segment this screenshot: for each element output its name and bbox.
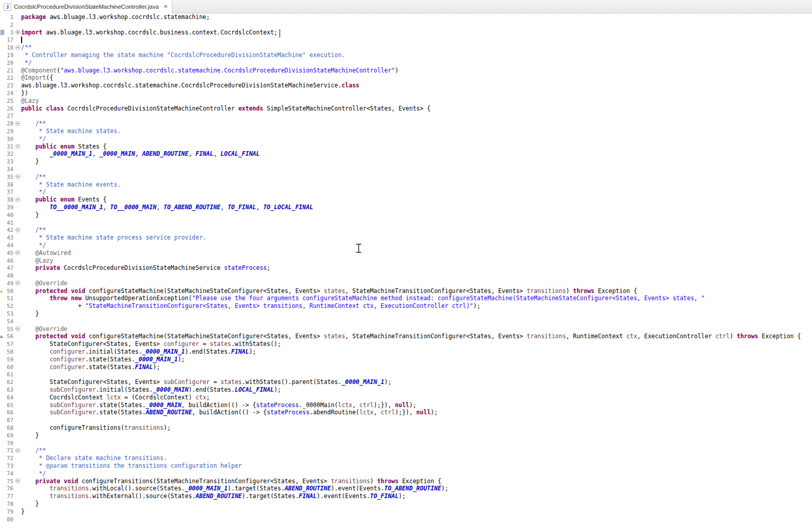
code-line[interactable]: * State machine state process service pr…	[21, 234, 812, 242]
code-line[interactable]	[21, 371, 812, 378]
line-number[interactable]: 50	[5, 287, 15, 295]
line-number[interactable]: 44	[5, 242, 15, 249]
line-number[interactable]: 51	[5, 295, 15, 302]
line-number[interactable]: 36	[5, 181, 15, 189]
code-line[interactable]: * State machine states.	[21, 127, 812, 135]
line-number[interactable]: 79	[5, 508, 15, 516]
line-number[interactable]: 20	[5, 59, 15, 67]
code-line[interactable]	[21, 272, 812, 280]
line-number[interactable]: 39	[5, 204, 15, 211]
code-line[interactable]: */	[21, 59, 812, 67]
line-number[interactable]: 59	[5, 356, 15, 363]
code-line[interactable]: package aws.bluage.l3.workshop.cocrdslc.…	[21, 13, 812, 21]
line-number[interactable]: 60	[5, 363, 15, 371]
line-number[interactable]: 64	[5, 394, 15, 401]
code-line[interactable]	[21, 219, 812, 227]
code-line[interactable]: private void configureTransitions(StateM…	[21, 478, 812, 485]
code-line[interactable]: configureTransitions(transitions);	[21, 424, 812, 432]
code-line[interactable]: * Controller managing the state machine …	[21, 51, 812, 59]
line-number[interactable]: 75	[5, 478, 15, 485]
fold-collapse-icon[interactable]: −	[15, 174, 20, 179]
override-marker-icon[interactable]: ▲	[0, 334, 3, 339]
line-number[interactable]: 55	[5, 325, 15, 333]
line-number[interactable]: 80	[5, 516, 15, 523]
code-line[interactable]: public class CocrdslcProcedureDivisionSt…	[21, 105, 812, 113]
line-number[interactable]: 31	[5, 143, 15, 151]
line-number[interactable]: 35	[5, 173, 15, 181]
line-number[interactable]: 48	[5, 272, 15, 280]
line-number[interactable]: 34	[5, 166, 15, 173]
code-line[interactable]: @Override	[21, 280, 812, 287]
line-number[interactable]: 1	[5, 13, 15, 21]
collapsed-marker-icon[interactable]	[1, 30, 4, 35]
code-line[interactable]: /**	[21, 120, 812, 127]
line-number[interactable]: 66	[5, 409, 15, 416]
code-line[interactable]: */	[21, 135, 812, 143]
fold-collapse-icon[interactable]: −	[15, 326, 20, 331]
code-line[interactable]: @Autowired	[21, 249, 812, 257]
code-line[interactable]: CocrdslcContext lctx = (CocrdslcContext)…	[21, 394, 812, 401]
line-number[interactable]: 22	[5, 74, 15, 82]
line-number[interactable]: 41	[5, 219, 15, 227]
line-number[interactable]: 73	[5, 462, 15, 470]
code-line[interactable]	[21, 516, 812, 523]
line-number[interactable]: 68	[5, 424, 15, 432]
line-number[interactable]: 72	[5, 454, 15, 462]
line-number[interactable]: 30	[5, 135, 15, 143]
fold-collapse-icon[interactable]: −	[15, 479, 20, 483]
code-line[interactable]	[21, 440, 812, 447]
line-number[interactable]: 45	[5, 249, 15, 257]
line-number[interactable]: 2	[5, 21, 15, 29]
code-line[interactable]: }	[21, 310, 812, 318]
code-line[interactable]: /**	[21, 447, 812, 454]
fold-collapse-icon[interactable]: −	[15, 250, 20, 255]
code-line[interactable]: @Lazy	[21, 257, 812, 265]
line-number[interactable]: 57	[5, 340, 15, 348]
line-number[interactable]: 49	[5, 280, 15, 287]
code-line[interactable]: configurer.state(States._0000_MAIN_1);	[21, 356, 812, 363]
code-line[interactable]: + "StateMachineTransitionConfigurer<Stat…	[21, 302, 812, 310]
line-number[interactable]: 70	[5, 440, 15, 447]
code-line[interactable]	[21, 112, 812, 120]
line-number[interactable]: 76	[5, 485, 15, 492]
line-number[interactable]: 71	[5, 447, 15, 454]
code-line[interactable]: TO__0000_MAIN_1, TO__0000_MAIN, TO_ABEND…	[21, 204, 812, 211]
line-number[interactable]: 18	[5, 44, 15, 51]
line-number[interactable]: 21	[5, 67, 15, 75]
line-number[interactable]: 38	[5, 196, 15, 204]
code-line[interactable]: /**	[21, 173, 812, 181]
line-number[interactable]: 3	[5, 29, 15, 36]
code-line[interactable]: configurer.state(States.FINAL);	[21, 363, 812, 371]
code-line[interactable]: transitions.withLocal().source(States._0…	[21, 485, 812, 492]
code-line[interactable]: @Lazy	[21, 97, 812, 105]
code-line[interactable]: }	[21, 432, 812, 440]
code-line[interactable]	[21, 318, 812, 325]
line-number[interactable]: 33	[5, 158, 15, 166]
code-line[interactable]: }	[21, 158, 812, 166]
code-line[interactable]: /**	[21, 44, 812, 51]
warning-marker-icon[interactable]: ▲	[0, 288, 3, 294]
code-line[interactable]: @Override	[21, 325, 812, 333]
code-line[interactable]	[21, 36, 812, 44]
code-line[interactable]: subConfigurer.initial(States._0000_MAIN)…	[21, 386, 812, 394]
code-line[interactable]: })	[21, 89, 812, 97]
code-line[interactable]: }	[21, 508, 812, 516]
code-line[interactable]: * @param transitions the transitions con…	[21, 462, 812, 470]
code-line[interactable]: import aws.bluage.l3.workshop.cocrdslc.b…	[21, 29, 812, 36]
line-number[interactable]: 23	[5, 82, 15, 89]
code-line[interactable]: subConfigurer.state(States._0000_MAIN, b…	[21, 401, 812, 409]
code-line[interactable]: protected void configureStateMachine(Sta…	[21, 287, 812, 295]
line-number[interactable]: 53	[5, 310, 15, 318]
fold-collapse-icon[interactable]: −	[15, 144, 20, 149]
fold-collapse-icon[interactable]: −	[15, 45, 20, 50]
line-number[interactable]: 24	[5, 89, 15, 97]
fold-collapse-icon[interactable]: −	[15, 281, 20, 285]
line-number[interactable]: 47	[5, 264, 15, 272]
line-number[interactable]: 78	[5, 500, 15, 508]
code-line[interactable]: _0000_MAIN_1, _0000_MAIN, ABEND_ROUTINE,…	[21, 150, 812, 158]
fold-collapse-icon[interactable]: −	[15, 448, 20, 453]
code-line[interactable]: */	[21, 242, 812, 249]
line-number[interactable]: 32	[5, 150, 15, 158]
code-editor[interactable]: 1package aws.bluage.l3.workshop.cocrdslc…	[0, 13, 812, 531]
code-line[interactable]: /**	[21, 226, 812, 234]
